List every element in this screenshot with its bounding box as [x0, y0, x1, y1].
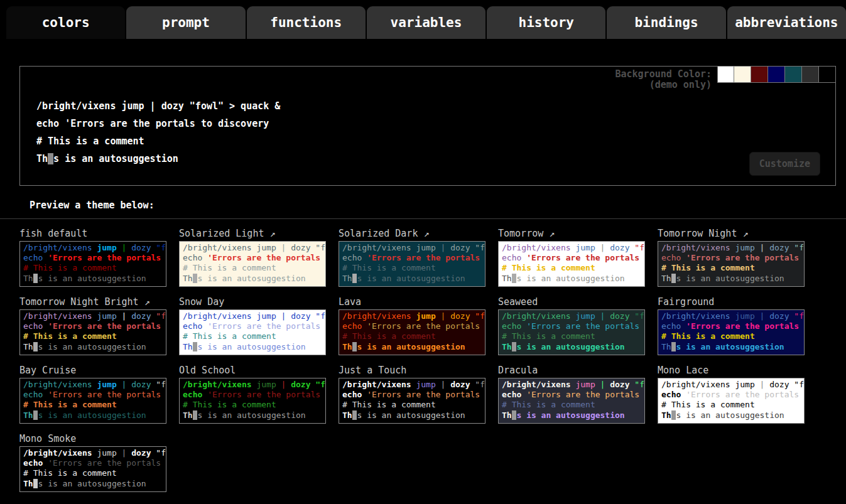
theme-snow-day[interactable]: Snow Day/bright/vixens jump | dozy "fowl…	[179, 294, 326, 355]
text-segment: "fowl" > quack &	[311, 311, 326, 321]
text-segment: Th	[23, 274, 33, 283]
theme-tomorrow-night[interactable]: Tomorrow Night ↗/bright/vixens jump | do…	[658, 226, 805, 287]
tab-history[interactable]: history	[487, 6, 605, 39]
tab-functions[interactable]: functions	[247, 6, 366, 39]
theme-tomorrow[interactable]: Tomorrow ↗/bright/vixens jump | dozy "fo…	[498, 226, 645, 287]
text-segment: echo	[342, 253, 367, 262]
text-segment: s is an autosuggestion	[38, 342, 146, 351]
preview-line-2: echo 'Errors are the portals to discover…	[502, 321, 641, 331]
text-segment: /bright/vixens	[502, 380, 575, 389]
bg-swatch-white[interactable]	[717, 66, 734, 83]
theme-mono-lace[interactable]: Mono Lace/bright/vixens jump | dozy "fow…	[658, 363, 805, 424]
theme-preview-box[interactable]: /bright/vixens jump | dozy "fowl" > quac…	[658, 241, 805, 287]
text-segment: # This is a comment	[23, 468, 117, 478]
theme-seaweed[interactable]: Seaweed/bright/vixens jump | dozy "fowl"…	[498, 294, 645, 355]
preview-line-4: This is an autosuggestion	[502, 410, 641, 421]
text-segment: Th	[502, 410, 512, 420]
bg-swatch-teal[interactable]	[785, 66, 802, 83]
text-segment: |	[755, 243, 769, 252]
text-segment: jump	[97, 448, 116, 458]
text-segment: echo	[183, 321, 207, 331]
theme-preview-box[interactable]: /bright/vixens jump | dozy "fowl" > quac…	[19, 309, 166, 355]
theme-dracula[interactable]: Dracula/bright/vixens jump | dozy "fowl"…	[498, 363, 645, 424]
text-segment: /bright/vixens	[183, 243, 256, 252]
theme-preview-box[interactable]: /bright/vixens jump | dozy "fowl" > quac…	[339, 241, 485, 287]
background-color-label: Background Color: (demo only)	[615, 69, 712, 90]
theme-bay-cruise[interactable]: Bay Cruise/bright/vixens jump | dozy "fo…	[19, 363, 166, 424]
bg-swatch-black[interactable]	[819, 66, 836, 83]
preview-line-4: This is an autosuggestion	[342, 342, 482, 352]
theme-lava[interactable]: Lava/bright/vixens jump | dozy "fowl" > …	[339, 294, 485, 355]
preview-line-2: echo 'Errors are the portals to discover…	[183, 390, 322, 400]
text-segment: s is an autosuggestion	[38, 274, 146, 283]
theme-preview-box[interactable]: /bright/vixens jump | dozy "fowl" > quac…	[498, 241, 645, 287]
theme-old-school[interactable]: Old School/bright/vixens jump | dozy "fo…	[179, 363, 326, 424]
theme-title: Tomorrow Night ↗	[658, 226, 805, 241]
theme-preview-box[interactable]: /bright/vixens jump | dozy "fowl" > quac…	[498, 309, 645, 355]
preview-line-2: echo 'Errors are the portals to discover…	[342, 253, 482, 263]
text-segment: jump	[575, 311, 595, 321]
preview-line-2: echo 'Errors are the portals to discover…	[502, 253, 641, 263]
text-segment: /bright/vixens	[661, 243, 735, 252]
text-segment: # This is a comment	[342, 263, 436, 272]
preview-line-2: echo 'Errors are the portals to discover…	[23, 253, 163, 263]
theme-fish-default[interactable]: fish default/bright/vixens jump | dozy "…	[19, 226, 166, 287]
theme-preview-box[interactable]: /bright/vixens jump | dozy "fowl" > quac…	[19, 241, 166, 287]
theme-grid: fish default/bright/vixens jump | dozy "…	[19, 226, 846, 492]
theme-tomorrow-night-bright[interactable]: Tomorrow Night Bright ↗/bright/vixens ju…	[19, 294, 166, 355]
theme-solarized-light[interactable]: Solarized Light ↗/bright/vixens jump | d…	[179, 226, 326, 287]
theme-title: Lava	[339, 294, 485, 309]
theme-title: Seaweed	[498, 294, 645, 309]
theme-solarized-dark[interactable]: Solarized Dark ↗/bright/vixens jump | do…	[339, 226, 485, 287]
preview-line-4: This is an autosuggestion	[23, 479, 163, 489]
background-color-label-line1: Background Color:	[615, 69, 712, 80]
theme-preview-box[interactable]: /bright/vixens jump | dozy "fowl" > quac…	[19, 446, 166, 492]
text-segment: s is an autosuggestion	[357, 410, 465, 420]
text-segment: |	[755, 311, 769, 321]
theme-preview-box[interactable]: /bright/vixens jump | dozy "fowl" > quac…	[19, 378, 166, 424]
preview-line-4: This is an autosuggestion	[502, 342, 641, 352]
tab-bindings[interactable]: bindings	[607, 6, 725, 39]
bg-swatch-charcoal[interactable]	[802, 66, 819, 83]
background-swatches	[717, 66, 836, 90]
customize-button[interactable]: Customize	[749, 152, 820, 176]
theme-title: Just a Touch	[339, 363, 485, 378]
preview-line-3: # This is a comment	[183, 331, 322, 341]
text-segment: s is an autosuggestion	[357, 274, 465, 283]
theme-preview-box[interactable]: /bright/vixens jump | dozy "fowl" > quac…	[179, 378, 326, 424]
background-color-label-line2: (demo only)	[615, 80, 712, 90]
theme-preview-box[interactable]: /bright/vixens jump | dozy "fowl" > quac…	[179, 241, 326, 287]
tab-variables[interactable]: variables	[367, 6, 485, 39]
theme-mono-smoke[interactable]: Mono Smoke/bright/vixens jump | dozy "fo…	[19, 431, 166, 492]
tab-colors[interactable]: colors	[6, 6, 125, 39]
tab-prompt[interactable]: prompt	[126, 6, 245, 39]
theme-title: Tomorrow Night Bright ↗	[19, 294, 166, 309]
text-segment: "fowl" > quack &	[311, 380, 326, 389]
theme-preview-box[interactable]: /bright/vixens jump | dozy "fowl" > quac…	[339, 309, 485, 355]
theme-just-a-touch[interactable]: Just a Touch/bright/vixens jump | dozy "…	[339, 363, 485, 424]
theme-title: Mono Smoke	[19, 431, 166, 446]
tab-abbreviations[interactable]: abbreviations	[727, 6, 846, 39]
text-segment: # This is a comment	[502, 400, 595, 409]
theme-preview-box[interactable]: /bright/vixens jump | dozy "fowl" > quac…	[179, 309, 326, 355]
theme-preview-box[interactable]: /bright/vixens jump | dozy "fowl" > quac…	[339, 378, 485, 424]
preview-line-1: /bright/vixens jump | dozy "fowl" > quac…	[183, 243, 322, 253]
preview-line-2: echo 'Errors are the portals to discover…	[183, 253, 322, 263]
preview-line-2: echo 'Errors are the portals to discover…	[23, 458, 163, 468]
theme-preview-box[interactable]: /bright/vixens jump | dozy "fowl" > quac…	[658, 378, 805, 424]
bg-swatch-navy[interactable]	[768, 66, 785, 83]
theme-preview-box[interactable]: /bright/vixens jump | dozy "fowl" > quac…	[658, 309, 805, 355]
theme-title: Fairground	[658, 294, 805, 309]
text-segment: # This is a comment	[502, 331, 595, 341]
text-segment: |	[276, 243, 291, 252]
preview-line-1: /bright/vixens jump | dozy "fowl" > quac…	[342, 311, 482, 321]
terminal-line-2: echo 'Errors are the portals to discover…	[36, 115, 835, 132]
bg-swatch-cream[interactable]	[734, 66, 751, 83]
bg-swatch-dark-red[interactable]	[751, 66, 768, 83]
theme-preview-box[interactable]: /bright/vixens jump | dozy "fowl" > quac…	[498, 378, 645, 424]
text-segment: echo	[342, 321, 367, 331]
text-segment: 'Errors are the portals to discovery	[48, 458, 166, 468]
preview-line-2: echo 'Errors are the portals to discover…	[661, 321, 801, 331]
preview-line-1: /bright/vixens jump | dozy "fowl" > quac…	[23, 311, 163, 321]
theme-fairground[interactable]: Fairground/bright/vixens jump | dozy "fo…	[658, 294, 805, 355]
